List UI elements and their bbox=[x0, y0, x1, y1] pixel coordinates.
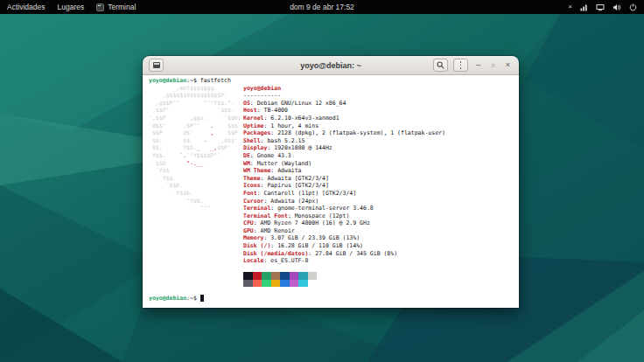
color-palette-row bbox=[243, 280, 445, 288]
palette-swatch bbox=[290, 272, 299, 279]
titlebar[interactable]: yoyo@debian: ~ – ○ × bbox=[143, 56, 519, 75]
terminal-line: $$: $$. - ,d$$' bbox=[149, 137, 242, 145]
terminal-line: `Y$$b. bbox=[149, 190, 242, 198]
terminal-line: `$$b "-.__ bbox=[149, 160, 242, 168]
terminal-cursor bbox=[200, 295, 205, 302]
terminal-line: ,g$$P"" """Y$$.". bbox=[149, 100, 242, 108]
terminal-line: `Y$$. bbox=[149, 175, 242, 183]
terminal-line: OS: Debian GNU/Linux 12 x86_64 bbox=[243, 100, 445, 108]
terminal-content[interactable]: yoyo@debian:~$ fastfetch _,met$$$$$gg. ,… bbox=[143, 75, 519, 308]
shell-prompt: yoyo@debian:~$ bbox=[149, 295, 204, 303]
kebab-menu-icon bbox=[460, 61, 462, 68]
terminal-line: Y$$. `.`"Y$$$$P"' bbox=[149, 152, 242, 160]
status-x-icon: × bbox=[568, 3, 572, 10]
terminal-line: Shell: bash 5.2.15 bbox=[243, 137, 445, 145]
search-button[interactable] bbox=[433, 59, 448, 72]
palette-swatch bbox=[271, 280, 281, 287]
terminal-line: ',$$P ,ggs. `$$b: bbox=[149, 115, 242, 122]
terminal-line bbox=[243, 265, 445, 273]
terminal-line: Terminal: gnome-terminal-server 3.46.8 bbox=[243, 205, 445, 212]
terminal-line: Cursor: Adwaita (24px) bbox=[243, 198, 445, 205]
terminal-line: GPU: AMD Renoir bbox=[243, 227, 445, 235]
app-menu-label: Terminal bbox=[108, 3, 136, 11]
terminal-line: Uptime: 1 hour, 4 mins bbox=[243, 122, 445, 130]
system-tray[interactable]: × bbox=[568, 3, 644, 11]
network-icon bbox=[580, 3, 588, 11]
terminal-line: $$; Y$b._ _,d$P' bbox=[149, 144, 242, 152]
palette-swatch bbox=[280, 272, 290, 279]
terminal-line: Disk (/): 16.28 GiB / 110 GiB (14%) bbox=[243, 242, 445, 250]
terminal-line: DE: Gnome 43.3 bbox=[243, 152, 445, 160]
terminal-line: Terminal Font: Monospace (12pt) bbox=[243, 212, 445, 220]
palette-swatch bbox=[243, 272, 253, 279]
terminal-line: Theme: Adwaita [GTK2/3/4] bbox=[243, 175, 445, 183]
palette-swatch bbox=[290, 280, 299, 287]
palette-swatch bbox=[280, 280, 290, 287]
palette-swatch bbox=[271, 272, 281, 279]
power-icon bbox=[629, 3, 637, 11]
terminal-line: WM: Mutter (Wayland) bbox=[243, 160, 445, 168]
terminal-line: `Y$$ bbox=[149, 167, 242, 175]
close-button[interactable]: × bbox=[503, 59, 513, 72]
palette-swatch bbox=[253, 280, 262, 287]
terminal-line: Memory: 3.07 GiB / 23.39 GiB (13%) bbox=[243, 234, 445, 242]
volume-icon bbox=[612, 3, 621, 11]
palette-swatch bbox=[262, 272, 271, 279]
terminal-line: `""" bbox=[149, 205, 242, 212]
terminal-line: WM Theme: Adwaita bbox=[243, 167, 445, 175]
terminal-line: Packages: 2128 (dpkg), 2 (flatpak-system… bbox=[243, 129, 445, 137]
terminal-line: Locale: es_ES.UTF-8 bbox=[243, 257, 445, 265]
terminal-line: Host: TB-4000 bbox=[243, 107, 445, 115]
activities-button[interactable]: Actividades bbox=[7, 3, 45, 11]
new-terminal-icon bbox=[153, 62, 160, 68]
terminal-line: CPU: AMD Ryzen 7 4800H (16) @ 2.9 GHz bbox=[243, 219, 445, 227]
terminal-line: Icons: Papirus [GTK2/3/4] bbox=[243, 182, 445, 190]
terminal-line: `$$b. bbox=[149, 182, 242, 190]
terminal-line: Disk (/media/datos): 27.84 GiB / 345 GiB… bbox=[243, 250, 445, 258]
terminal-line: _,met$$$$$gg. bbox=[149, 85, 242, 93]
terminal-app-icon bbox=[96, 3, 104, 11]
palette-swatch bbox=[298, 272, 308, 279]
terminal-line: yoyo@debian bbox=[243, 85, 445, 93]
fastfetch-info: yoyo@debian-----------OS: Debian GNU/Lin… bbox=[243, 85, 445, 288]
terminal-line: Font: Cantarell (11pt) [GTK2/3/4] bbox=[243, 190, 445, 198]
terminal-line: Display: 1920x1080 @ 144Hz bbox=[243, 144, 445, 152]
ascii-art-debian-logo: _,met$$$$$gg. ,g$$$$$$$$$$$$$$$P. ,g$$P"… bbox=[149, 85, 242, 212]
terminal-line: `"Y$b._ bbox=[149, 198, 242, 205]
top-bar: Actividades Lugares Terminal dom 9 de ab… bbox=[0, 0, 644, 14]
palette-swatch bbox=[243, 280, 253, 287]
app-menu[interactable]: Terminal bbox=[96, 3, 136, 11]
palette-swatch bbox=[253, 272, 262, 279]
palette-swatch bbox=[262, 280, 271, 287]
screen-icon bbox=[596, 3, 605, 11]
terminal-line: `d$$' ,$P"' . $$$ bbox=[149, 122, 242, 130]
terminal-line: $$P d$' , $$P bbox=[149, 129, 242, 137]
palette-swatch bbox=[308, 280, 318, 287]
places-menu[interactable]: Lugares bbox=[57, 3, 84, 11]
clock[interactable]: dom 9 de abr 17:52 bbox=[290, 3, 354, 11]
terminal-line: Kernel: 6.2.10-x64v3-xanmod1 bbox=[243, 115, 445, 122]
terminal-window: yoyo@debian: ~ – ○ × yoyo@debian:~$ fast… bbox=[143, 56, 519, 308]
desktop: Actividades Lugares Terminal dom 9 de ab… bbox=[0, 0, 644, 362]
color-palette-row bbox=[243, 272, 445, 280]
terminal-line: ,$$P' `$$$. bbox=[149, 107, 242, 115]
terminal-line: ----------- bbox=[243, 92, 445, 100]
minimize-button[interactable]: – bbox=[473, 59, 483, 72]
command-line: yoyo@debian:~$ fastfetch bbox=[149, 77, 231, 85]
palette-swatch bbox=[308, 272, 318, 279]
terminal-line: ,g$$$$$$$$$$$$$$$P. bbox=[149, 92, 242, 100]
maximize-button[interactable]: ○ bbox=[488, 59, 498, 72]
palette-swatch bbox=[298, 280, 308, 287]
search-icon bbox=[437, 61, 444, 69]
new-terminal-button[interactable] bbox=[149, 59, 164, 72]
menu-button[interactable] bbox=[453, 59, 468, 72]
